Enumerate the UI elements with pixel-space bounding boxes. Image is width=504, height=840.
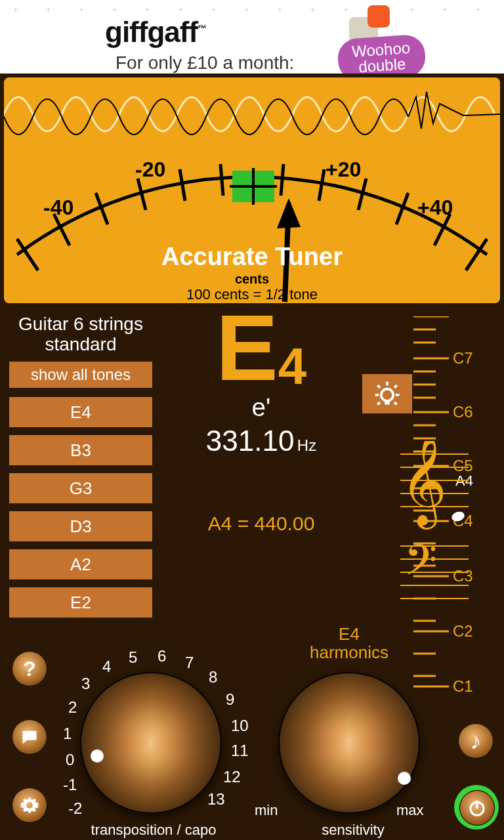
- speech-bubble-icon: [20, 728, 39, 746]
- capo-mark: 7: [185, 654, 194, 672]
- svg-line-24: [377, 402, 380, 405]
- svg-line-21: [394, 385, 397, 388]
- note-staff: 𝄞 𝄢: [400, 441, 469, 608]
- settings-button[interactable]: [12, 788, 47, 823]
- scale-label: +20: [326, 158, 361, 182]
- help-button[interactable]: ?: [12, 651, 47, 686]
- sensitivity-max-label: max: [396, 802, 424, 819]
- string-button-d3[interactable]: D3: [9, 511, 152, 541]
- transposition-label: transposition / capo: [68, 822, 239, 839]
- bass-clef-icon: 𝄢: [404, 536, 437, 594]
- capo-mark: 11: [231, 742, 249, 760]
- svg-line-9: [281, 164, 284, 196]
- svg-text:C2: C2: [453, 622, 473, 640]
- question-icon: ?: [23, 657, 36, 681]
- music-note-icon: ♪: [471, 728, 482, 754]
- capo-mark: 9: [226, 690, 234, 709]
- ad-tagline: For only £10 a month:: [116, 52, 294, 74]
- scale-label: +40: [417, 196, 453, 220]
- ad-decor-square: [368, 5, 390, 28]
- detected-note: E4: [163, 306, 360, 390]
- string-button-g3[interactable]: G3: [9, 473, 152, 503]
- capo-mark: -2: [68, 799, 82, 818]
- capo-mark: 10: [231, 717, 249, 735]
- a4-reference: A4 = 440.00: [163, 513, 360, 535]
- frequency-readout: 331.10 Hz: [163, 425, 360, 457]
- string-button-a2[interactable]: A2: [9, 549, 152, 579]
- capo-mark: 5: [129, 648, 137, 667]
- capo-mark: 2: [68, 698, 77, 717]
- string-button-e4[interactable]: E4: [9, 397, 152, 427]
- instrument-title: Guitar 6 strings standard: [9, 314, 152, 355]
- light-button[interactable]: [362, 374, 412, 413]
- svg-text:C6: C6: [453, 403, 473, 421]
- solfege-label: e': [163, 394, 360, 422]
- capo-mark: 6: [158, 647, 166, 665]
- lightbulb-icon: [373, 379, 402, 408]
- svg-line-8: [220, 164, 223, 196]
- svg-line-25: [394, 402, 397, 405]
- capo-mark: 0: [66, 751, 74, 769]
- scale-label: -20: [135, 158, 165, 182]
- gear-icon: [20, 795, 39, 815]
- svg-rect-18: [385, 401, 389, 405]
- capo-mark: 8: [209, 668, 217, 686]
- string-button-b3[interactable]: B3: [9, 435, 152, 465]
- capo-mark: 3: [81, 675, 90, 693]
- svg-line-20: [377, 385, 380, 388]
- ad-banner[interactable]: giffgaff™ For only £10 a month: Woohoo d…: [0, 0, 504, 74]
- app-title: Accurate Tuner: [4, 243, 500, 271]
- scale-label: -40: [43, 196, 74, 220]
- tuning-meter: -40 -20 +20 +40 Accurate Tuner cents 100…: [4, 77, 500, 303]
- show-all-tones-button[interactable]: show all tones: [9, 362, 152, 388]
- capo-mark: -1: [63, 776, 77, 794]
- play-tone-button[interactable]: ♪: [458, 723, 494, 759]
- svg-marker-16: [277, 198, 301, 228]
- svg-text:C7: C7: [453, 349, 473, 367]
- power-icon: [467, 798, 487, 818]
- ad-badge: Woohoo double: [337, 33, 427, 74]
- ad-brand: giffgaff™: [105, 16, 206, 49]
- sensitivity-min-label: min: [255, 802, 278, 819]
- power-button[interactable]: [459, 790, 495, 826]
- transposition-knob[interactable]: [80, 672, 222, 814]
- capo-mark: 12: [223, 768, 241, 786]
- capo-mark: 13: [207, 790, 225, 808]
- harmonics-label: E4 harmonics: [278, 625, 420, 662]
- sensitivity-label: sensitivity: [287, 822, 419, 839]
- capo-mark: 4: [102, 658, 111, 676]
- capo-mark: 1: [63, 724, 72, 743]
- treble-clef-icon: 𝄞: [400, 441, 447, 530]
- svg-line-7: [180, 169, 185, 201]
- string-button-e2[interactable]: E2: [9, 587, 152, 618]
- sensitivity-knob[interactable]: [278, 672, 420, 814]
- cents-unit-label: cents: [4, 272, 500, 287]
- feedback-button[interactable]: [12, 719, 47, 755]
- svg-line-10: [319, 169, 324, 201]
- svg-point-17: [381, 389, 393, 401]
